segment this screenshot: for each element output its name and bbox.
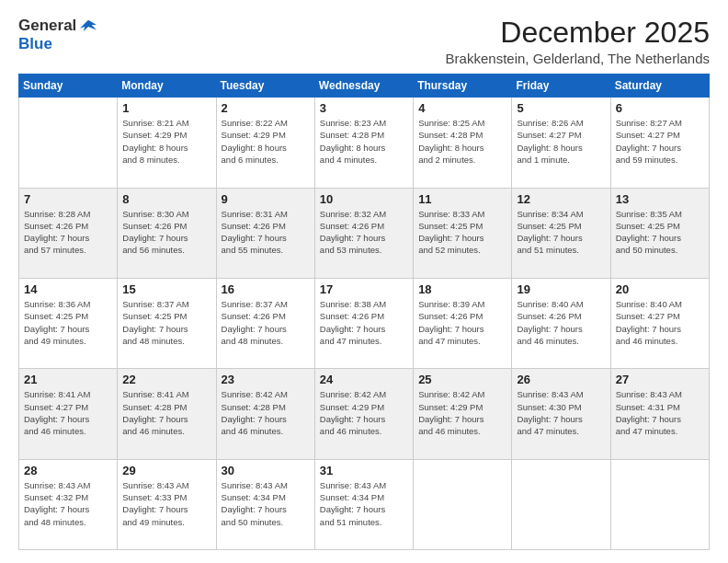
- day-info: Sunrise: 8:43 AM Sunset: 4:32 PM Dayligh…: [24, 479, 112, 528]
- day-number: 23: [222, 373, 310, 386]
- title-block: December 2025 Brakkenstein, Gelderland, …: [446, 17, 710, 66]
- calendar-table: SundayMondayTuesdayWednesdayThursdayFrid…: [18, 74, 710, 550]
- day-info: Sunrise: 8:42 AM Sunset: 4:28 PM Dayligh…: [222, 388, 310, 437]
- calendar-week-row: 21Sunrise: 8:41 AM Sunset: 4:27 PM Dayli…: [19, 369, 710, 459]
- page: General Blue December 2025 Brakkenstein,…: [0, 0, 728, 563]
- calendar-cell: [610, 459, 709, 549]
- day-number: 21: [24, 373, 112, 386]
- calendar-cell: 28Sunrise: 8:43 AM Sunset: 4:32 PM Dayli…: [19, 459, 118, 549]
- day-number: 13: [616, 192, 704, 206]
- day-number: 3: [320, 101, 408, 115]
- day-number: 19: [517, 282, 605, 296]
- logo-blue-text: Blue: [18, 35, 52, 53]
- logo: General Blue: [18, 17, 97, 53]
- calendar-cell: 6Sunrise: 8:27 AM Sunset: 4:27 PM Daylig…: [610, 98, 709, 188]
- calendar-cell: 10Sunrise: 8:32 AM Sunset: 4:26 PM Dayli…: [314, 188, 413, 278]
- calendar-cell: 19Sunrise: 8:40 AM Sunset: 4:26 PM Dayli…: [512, 278, 610, 368]
- calendar-cell: 24Sunrise: 8:42 AM Sunset: 4:29 PM Dayli…: [314, 369, 413, 459]
- calendar-cell: 31Sunrise: 8:43 AM Sunset: 4:34 PM Dayli…: [314, 459, 413, 549]
- calendar-cell: 1Sunrise: 8:21 AM Sunset: 4:29 PM Daylig…: [118, 98, 216, 188]
- day-info: Sunrise: 8:35 AM Sunset: 4:25 PM Dayligh…: [616, 208, 704, 257]
- day-info: Sunrise: 8:37 AM Sunset: 4:26 PM Dayligh…: [222, 298, 310, 347]
- day-number: 10: [320, 192, 408, 206]
- day-number: 4: [418, 101, 506, 115]
- calendar-header-thursday: Thursday: [414, 75, 512, 98]
- day-number: 12: [517, 192, 605, 206]
- day-number: 14: [24, 282, 112, 296]
- calendar-cell: 5Sunrise: 8:26 AM Sunset: 4:27 PM Daylig…: [512, 98, 610, 188]
- day-info: Sunrise: 8:30 AM Sunset: 4:26 PM Dayligh…: [122, 208, 210, 257]
- day-number: 18: [418, 282, 506, 296]
- day-info: Sunrise: 8:39 AM Sunset: 4:26 PM Dayligh…: [418, 298, 506, 347]
- calendar-cell: 7Sunrise: 8:28 AM Sunset: 4:26 PM Daylig…: [19, 188, 118, 278]
- calendar-cell: [414, 459, 512, 549]
- calendar-cell: 27Sunrise: 8:43 AM Sunset: 4:31 PM Dayli…: [610, 369, 709, 459]
- day-info: Sunrise: 8:43 AM Sunset: 4:34 PM Dayligh…: [320, 479, 408, 528]
- day-info: Sunrise: 8:40 AM Sunset: 4:27 PM Dayligh…: [616, 298, 704, 347]
- calendar-header-wednesday: Wednesday: [314, 75, 413, 98]
- calendar-cell: 26Sunrise: 8:43 AM Sunset: 4:30 PM Dayli…: [512, 369, 610, 459]
- calendar-cell: 16Sunrise: 8:37 AM Sunset: 4:26 PM Dayli…: [216, 278, 314, 368]
- calendar-header-saturday: Saturday: [610, 75, 709, 98]
- day-info: Sunrise: 8:42 AM Sunset: 4:29 PM Dayligh…: [418, 388, 506, 437]
- location-subtitle: Brakkenstein, Gelderland, The Netherland…: [446, 51, 710, 66]
- day-info: Sunrise: 8:21 AM Sunset: 4:29 PM Dayligh…: [122, 117, 210, 166]
- day-info: Sunrise: 8:25 AM Sunset: 4:28 PM Dayligh…: [418, 117, 506, 166]
- calendar-header-tuesday: Tuesday: [216, 75, 314, 98]
- day-number: 1: [122, 101, 210, 115]
- calendar-cell: 11Sunrise: 8:33 AM Sunset: 4:25 PM Dayli…: [414, 188, 512, 278]
- day-number: 17: [320, 282, 408, 296]
- calendar-cell: [19, 98, 118, 188]
- calendar-header-friday: Friday: [512, 75, 610, 98]
- calendar-cell: 25Sunrise: 8:42 AM Sunset: 4:29 PM Dayli…: [414, 369, 512, 459]
- calendar-cell: 30Sunrise: 8:43 AM Sunset: 4:34 PM Dayli…: [216, 459, 314, 549]
- day-info: Sunrise: 8:40 AM Sunset: 4:26 PM Dayligh…: [517, 298, 605, 347]
- calendar-cell: 21Sunrise: 8:41 AM Sunset: 4:27 PM Dayli…: [19, 369, 118, 459]
- day-info: Sunrise: 8:28 AM Sunset: 4:26 PM Dayligh…: [24, 208, 112, 257]
- day-number: 29: [122, 464, 210, 477]
- day-number: 25: [418, 373, 506, 386]
- day-info: Sunrise: 8:43 AM Sunset: 4:31 PM Dayligh…: [616, 388, 704, 437]
- day-number: 8: [122, 192, 210, 206]
- day-number: 31: [320, 464, 408, 477]
- day-number: 22: [122, 373, 210, 386]
- day-info: Sunrise: 8:41 AM Sunset: 4:27 PM Dayligh…: [24, 388, 112, 437]
- calendar-cell: 22Sunrise: 8:41 AM Sunset: 4:28 PM Dayli…: [118, 369, 216, 459]
- calendar-cell: 14Sunrise: 8:36 AM Sunset: 4:25 PM Dayli…: [19, 278, 118, 368]
- day-info: Sunrise: 8:22 AM Sunset: 4:29 PM Dayligh…: [222, 117, 310, 166]
- day-number: 11: [418, 192, 506, 206]
- day-number: 6: [616, 101, 704, 115]
- day-number: 28: [24, 464, 112, 477]
- day-number: 2: [222, 101, 310, 115]
- day-number: 7: [24, 192, 112, 206]
- day-info: Sunrise: 8:27 AM Sunset: 4:27 PM Dayligh…: [616, 117, 704, 166]
- day-number: 26: [517, 373, 605, 386]
- calendar-cell: 8Sunrise: 8:30 AM Sunset: 4:26 PM Daylig…: [118, 188, 216, 278]
- day-number: 20: [616, 282, 704, 296]
- day-number: 16: [222, 282, 310, 296]
- calendar-header-monday: Monday: [118, 75, 216, 98]
- calendar-week-row: 28Sunrise: 8:43 AM Sunset: 4:32 PM Dayli…: [19, 459, 710, 549]
- day-info: Sunrise: 8:43 AM Sunset: 4:33 PM Dayligh…: [122, 479, 210, 528]
- day-number: 27: [616, 373, 704, 386]
- day-info: Sunrise: 8:43 AM Sunset: 4:34 PM Dayligh…: [222, 479, 310, 528]
- calendar-cell: 4Sunrise: 8:25 AM Sunset: 4:28 PM Daylig…: [414, 98, 512, 188]
- calendar-cell: 9Sunrise: 8:31 AM Sunset: 4:26 PM Daylig…: [216, 188, 314, 278]
- day-info: Sunrise: 8:37 AM Sunset: 4:25 PM Dayligh…: [122, 298, 210, 347]
- day-number: 5: [517, 101, 605, 115]
- day-info: Sunrise: 8:36 AM Sunset: 4:25 PM Dayligh…: [24, 298, 112, 347]
- logo-bird-icon: [80, 17, 97, 34]
- day-info: Sunrise: 8:34 AM Sunset: 4:25 PM Dayligh…: [517, 208, 605, 257]
- calendar-week-row: 7Sunrise: 8:28 AM Sunset: 4:26 PM Daylig…: [19, 188, 710, 278]
- day-info: Sunrise: 8:41 AM Sunset: 4:28 PM Dayligh…: [122, 388, 210, 437]
- calendar-cell: 15Sunrise: 8:37 AM Sunset: 4:25 PM Dayli…: [118, 278, 216, 368]
- day-number: 24: [320, 373, 408, 386]
- svg-marker-0: [80, 20, 97, 32]
- calendar-cell: 23Sunrise: 8:42 AM Sunset: 4:28 PM Dayli…: [216, 369, 314, 459]
- calendar-week-row: 14Sunrise: 8:36 AM Sunset: 4:25 PM Dayli…: [19, 278, 710, 368]
- calendar-cell: 29Sunrise: 8:43 AM Sunset: 4:33 PM Dayli…: [118, 459, 216, 549]
- calendar-header-row: SundayMondayTuesdayWednesdayThursdayFrid…: [19, 75, 710, 98]
- day-info: Sunrise: 8:31 AM Sunset: 4:26 PM Dayligh…: [222, 208, 310, 257]
- calendar-cell: 12Sunrise: 8:34 AM Sunset: 4:25 PM Dayli…: [512, 188, 610, 278]
- day-number: 15: [122, 282, 210, 296]
